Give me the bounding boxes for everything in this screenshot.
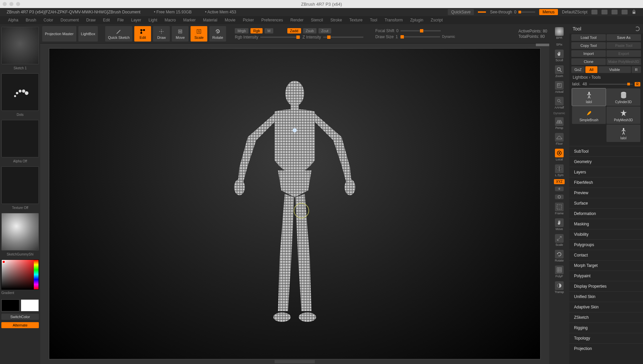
menu-tool[interactable]: Tool bbox=[370, 18, 377, 22]
section-deformation[interactable]: Deformation bbox=[569, 208, 643, 219]
menu-macro[interactable]: Macro bbox=[165, 18, 176, 22]
section-morph-target[interactable]: Morph Target bbox=[569, 260, 643, 271]
tool-tile-simplebrush[interactable]: SimpleBrush bbox=[572, 106, 606, 124]
menus-toggle[interactable]: Menus bbox=[539, 9, 558, 15]
default-zscript-label[interactable]: DefaultZScript bbox=[562, 10, 587, 14]
pivot1-button[interactable] bbox=[551, 186, 567, 192]
tool-tile-polymesh[interactable]: PolyMesh3D bbox=[606, 106, 640, 124]
import-button[interactable]: Import bbox=[571, 50, 606, 57]
goz-all-button[interactable]: All bbox=[585, 66, 597, 73]
frame-button[interactable]: Frame bbox=[551, 202, 567, 216]
refresh-icon[interactable] bbox=[635, 26, 640, 31]
rotate-mode-button[interactable]: R Rotate bbox=[209, 26, 226, 42]
menu-color[interactable]: Color bbox=[44, 18, 53, 22]
polyf-button[interactable]: PolyF bbox=[551, 265, 567, 279]
menu-stroke[interactable]: Stroke bbox=[330, 18, 342, 22]
zsub-button[interactable]: Zsub bbox=[303, 28, 316, 33]
export-button[interactable]: Export bbox=[606, 50, 641, 57]
tool-breadcrumb[interactable]: Lightbox › Tools bbox=[569, 74, 643, 81]
section-fibermesh[interactable]: FiberMesh bbox=[569, 177, 643, 188]
section-layers[interactable]: Layers bbox=[569, 167, 643, 177]
brush-thumb[interactable] bbox=[1, 27, 39, 64]
menu-render[interactable]: Render bbox=[290, 18, 303, 22]
spix-button[interactable]: SPix bbox=[551, 42, 567, 47]
draw-size-slider[interactable] bbox=[400, 36, 440, 38]
edit-mode-button[interactable]: Edit bbox=[134, 26, 151, 42]
menu-alpha[interactable]: Alpha bbox=[8, 18, 18, 22]
bpr-button[interactable]: BPR bbox=[551, 26, 567, 41]
menu-file[interactable]: File bbox=[117, 18, 124, 22]
viewport-top-scrollbar[interactable] bbox=[455, 44, 549, 46]
section-rigging[interactable]: Rigging bbox=[569, 322, 643, 333]
close-window-button[interactable] bbox=[3, 2, 7, 6]
z-intensity-slider[interactable] bbox=[323, 37, 363, 38]
alpha-thumb[interactable] bbox=[1, 120, 39, 157]
menu-light[interactable]: Light bbox=[149, 18, 157, 22]
swatch-main[interactable] bbox=[1, 299, 19, 311]
switchcolor-button[interactable]: SwitchColor bbox=[1, 314, 39, 320]
save-as-button[interactable]: Save As bbox=[606, 34, 641, 41]
rgb-intensity-slider[interactable] bbox=[260, 37, 300, 38]
stroke-thumb[interactable] bbox=[1, 73, 39, 111]
tool-panel-header[interactable]: Tool bbox=[569, 24, 643, 33]
layout2-icon[interactable] bbox=[622, 10, 628, 14]
zadd-button[interactable]: Zadd bbox=[287, 28, 301, 33]
tray-right-icon[interactable] bbox=[601, 10, 608, 14]
menu-draw[interactable]: Draw bbox=[86, 18, 95, 22]
pivot2-button[interactable] bbox=[551, 194, 567, 200]
menu-edit[interactable]: Edit bbox=[103, 18, 110, 22]
section-projection[interactable]: Projection bbox=[569, 343, 643, 354]
menu-movie[interactable]: Movie bbox=[225, 18, 235, 22]
alternate-button[interactable]: Alternate bbox=[1, 322, 39, 328]
load-tool-button[interactable]: Load Tool bbox=[571, 34, 606, 41]
section-subtool[interactable]: SubTool bbox=[569, 146, 643, 156]
draw-mode-button[interactable]: Draw bbox=[153, 26, 170, 42]
goz-r-button[interactable]: R bbox=[632, 66, 641, 73]
material-thumb[interactable] bbox=[1, 213, 39, 250]
r-badge[interactable]: R bbox=[635, 82, 640, 86]
copy-tool-button[interactable]: Copy Tool bbox=[571, 42, 606, 49]
quicksketch-button[interactable]: Quick Sketch bbox=[105, 26, 132, 42]
menu-preferences[interactable]: Preferences bbox=[261, 18, 283, 22]
menu-zscript[interactable]: Zscript bbox=[431, 18, 443, 22]
zcut-button[interactable]: Zcut bbox=[318, 28, 331, 33]
gradient-label[interactable]: Gradient bbox=[1, 291, 39, 295]
menu-material[interactable]: Material bbox=[203, 18, 217, 22]
rgb-button[interactable]: Rgb bbox=[251, 28, 263, 33]
persp-button[interactable]: Persp bbox=[551, 116, 567, 131]
scale-mode-button[interactable]: S Scale bbox=[191, 26, 207, 42]
tray-left-icon[interactable] bbox=[591, 10, 597, 14]
minimize-window-button[interactable] bbox=[9, 2, 13, 6]
paste-tool-button[interactable]: Paste Tool bbox=[606, 42, 641, 49]
zoom-button[interactable]: Zoom bbox=[551, 64, 567, 79]
clone-button[interactable]: Clone bbox=[571, 58, 606, 65]
color-picker[interactable] bbox=[1, 260, 39, 290]
aahalf-button[interactable]: AAHalf bbox=[551, 96, 567, 110]
quicksave-button[interactable]: QuickSave bbox=[448, 9, 474, 15]
section-masking[interactable]: Masking bbox=[569, 219, 643, 229]
section-zsketch[interactable]: ZSketch bbox=[569, 312, 643, 322]
tool-preview-slider[interactable]: Ialol. 48 R bbox=[569, 81, 643, 87]
section-display-properties[interactable]: Display Properties bbox=[569, 281, 643, 291]
swatch-secondary[interactable] bbox=[21, 299, 39, 311]
menu-transform[interactable]: Transform bbox=[384, 18, 403, 22]
floor-button[interactable]: Floor bbox=[551, 132, 567, 146]
viewport-bottom-scrollbar[interactable] bbox=[275, 360, 315, 363]
scroll-button[interactable]: Scroll bbox=[551, 49, 567, 63]
lsym-button[interactable]: L.Sym bbox=[551, 163, 567, 178]
lock-icon[interactable] bbox=[632, 10, 636, 14]
m-button[interactable]: M bbox=[265, 28, 273, 33]
goz-visible-button[interactable]: Visible bbox=[598, 66, 631, 73]
layout-icon[interactable] bbox=[612, 10, 618, 14]
texture-thumb[interactable] bbox=[1, 166, 39, 204]
menu-brush[interactable]: Brush bbox=[26, 18, 36, 22]
transp-button[interactable]: Transp bbox=[551, 280, 567, 295]
move-mode-button[interactable]: M Move bbox=[172, 26, 189, 42]
lightbox-button[interactable]: LightBox bbox=[78, 26, 98, 42]
menu-zplugin[interactable]: Zplugin bbox=[410, 18, 423, 22]
menu-marker[interactable]: Marker bbox=[183, 18, 196, 22]
section-topology[interactable]: Topology bbox=[569, 333, 643, 343]
mrgb-button[interactable]: Mrgb bbox=[235, 28, 248, 33]
actual-button[interactable]: Actual bbox=[551, 80, 567, 94]
tool-tile-ialol2[interactable]: Ialol bbox=[606, 125, 640, 142]
